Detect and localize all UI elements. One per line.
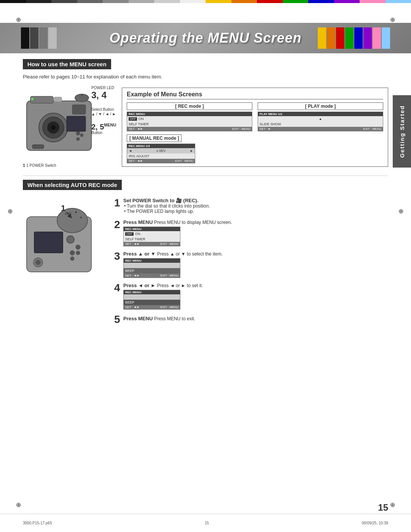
page-number: 15 <box>378 502 388 513</box>
svg-point-29 <box>70 251 75 255</box>
page-title: Operating the MENU Screen <box>109 30 301 46</box>
svg-rect-17 <box>32 145 44 149</box>
top-color-bar <box>0 0 411 3</box>
arrows-label: ▲ / ▼ / ◄ / ► <box>91 112 137 116</box>
svg-point-5 <box>51 125 56 130</box>
rec-selftimer: SELF TIMER <box>127 121 252 127</box>
divider <box>23 176 388 176</box>
footer: 3000.P15-17.p65 15 00/09/25, 10:38 <box>0 514 411 532</box>
play-footer-set: SET : ► <box>260 127 271 131</box>
step2: 2 Press MENU Press MENU to display MENU … <box>114 219 388 246</box>
play-mode-screen: [ PLAY mode ] PLAY MENU 1/2 ▲ SLIDE SHOW… <box>258 102 383 131</box>
manual-iris: IRIS ADJUST <box>127 153 195 159</box>
manual-rec-screen: [ MANUAL REC mode ] REC MENU 1/3 ◄ ± 0EV… <box>127 134 383 163</box>
label-25: 2, 5MENU <box>91 123 137 131</box>
label-34: 3, 4 <box>91 91 137 100</box>
footer-center: 15 <box>205 521 209 525</box>
reg-mark-tl: ⊕ <box>16 16 21 23</box>
power-switch-label: 1 1 POWER Switch <box>23 163 56 168</box>
step2-screen: REC MENU OFF ON SELF TIMER SET : ◄► EXIT… <box>123 227 180 246</box>
manual-footer-exit: EXIT · MENU <box>175 159 193 163</box>
reg-mark-bl: ⊕ <box>16 501 21 508</box>
svg-point-30 <box>76 251 80 255</box>
svg-point-9 <box>76 131 80 135</box>
header-banner: Operating the MENU Screen <box>0 23 411 53</box>
manual-row1-center: ± 0EV <box>156 149 166 153</box>
manual-row1-left: ◄ <box>129 149 132 153</box>
svg-rect-6 <box>72 105 86 114</box>
svg-point-33 <box>36 260 40 265</box>
power-led-label: POWER LED <box>91 86 137 90</box>
play-footer-exit: EXIT : MENU <box>363 127 381 131</box>
step1: 1 Set POWER Switch to 🎥 (REC). • Turn th… <box>114 198 388 214</box>
svg-rect-1 <box>30 96 53 103</box>
reg-mark-right: ⊕ <box>398 208 403 215</box>
rec-footer-exit: EXIT : MENU <box>232 127 250 131</box>
camera-diagram <box>23 86 99 162</box>
step2-num: 2 <box>114 219 121 230</box>
play-menu-title: PLAY MENU 1/2 <box>258 112 383 116</box>
step1-num: 1 <box>114 198 121 208</box>
step1-bullet1: • Turn the dial so that it clicks into p… <box>123 203 210 209</box>
dial-svg: OFF ▲ ● 1 <box>23 198 99 278</box>
side-tab: Getting Started <box>393 95 411 168</box>
svg-point-31 <box>70 257 74 260</box>
svg-text:●: ● <box>80 216 82 219</box>
button-label: Button <box>91 131 137 135</box>
menu-example-box: Example of Menu Screens [ REC mode ] REC… <box>122 88 388 167</box>
auto-rec-header: When selecting AUTO REC mode <box>23 180 122 190</box>
svg-rect-14 <box>54 97 62 102</box>
main-content: How to use the MENU screen Please refer … <box>23 59 388 502</box>
how-to-use-section: How to use the MENU screen Please refer … <box>23 59 388 169</box>
step3-num: 3 <box>114 251 121 262</box>
svg-rect-12 <box>67 116 86 131</box>
rec-menu-title: REC MENU <box>127 112 252 116</box>
svg-point-28 <box>76 245 80 249</box>
step1-bullet2: • The POWER LED lamp lights up. <box>123 209 210 214</box>
camera-labels: POWER LED 3, 4 Select Button ▲ / ▼ / ◄ /… <box>91 86 137 135</box>
dial-area: OFF ▲ ● 1 <box>23 198 107 285</box>
menu-example-title: Example of Menu Screens <box>127 91 383 99</box>
step5-num: 5 <box>114 314 121 325</box>
subtitle: Please refer to pages 10~11 for explanat… <box>23 74 388 80</box>
play-row1: ▲ <box>258 116 383 121</box>
step3-screen: REC MENU BEEP SET : ◄► EXIT · MENU <box>123 258 180 278</box>
svg-point-10 <box>80 134 83 137</box>
step5: 5 Press MENU Press MENU to exit. <box>114 314 388 325</box>
svg-text:▲: ▲ <box>74 210 78 214</box>
play-slideshow: SLIDE SHOW <box>258 121 383 127</box>
play-mode-label: [ PLAY mode ] <box>258 102 383 110</box>
auto-rec-section: When selecting AUTO REC mode OFF ▲ ● 1 <box>23 180 388 329</box>
svg-point-27 <box>67 236 74 243</box>
footer-left: 3000.P15-17.p65 <box>23 521 52 525</box>
side-tab-label: Getting Started <box>399 105 405 158</box>
svg-rect-26 <box>34 232 63 253</box>
manual-rec-label: [ MANUAL REC mode ] <box>127 134 182 142</box>
step4-num: 4 <box>114 283 121 293</box>
step4: 4 Press ◄ or ► Press ◄ or ► to set it. R… <box>114 283 388 310</box>
rec-mode-screen: [ REC mode ] REC MENU OFF ON SELF TIMER … <box>127 102 252 131</box>
svg-text:1: 1 <box>61 203 65 213</box>
manual-row1-right: ► <box>190 149 193 153</box>
reg-mark-left: ⊕ <box>8 208 13 215</box>
step3: 3 Press ▲ or ▼ Press ▲ or ▼ to select th… <box>114 251 388 278</box>
svg-point-13 <box>31 98 33 100</box>
steps-area: 1 Set POWER Switch to 🎥 (REC). • Turn th… <box>114 198 388 329</box>
svg-point-11 <box>76 137 80 141</box>
step4-screen: REC MENU BEEP SET : ◄► EXIT · MENU <box>123 290 180 310</box>
manual-footer-set: SET : ◄► <box>129 159 143 163</box>
reg-mark-tr: ⊕ <box>390 16 395 23</box>
reg-mark-br: ⊕ <box>390 501 395 508</box>
how-to-use-header: How to use the MENU screen <box>23 59 111 69</box>
rec-on-label: ON <box>139 117 144 121</box>
manual-menu-title: REC MENU 1/3 <box>127 144 195 148</box>
step1-title: Set POWER Switch to 🎥 (REC). <box>123 198 210 203</box>
footer-right: 00/09/25, 10:38 <box>362 521 388 525</box>
rec-mode-label: [ REC mode ] <box>127 102 252 110</box>
select-btn-label: Select Button <box>91 107 137 112</box>
